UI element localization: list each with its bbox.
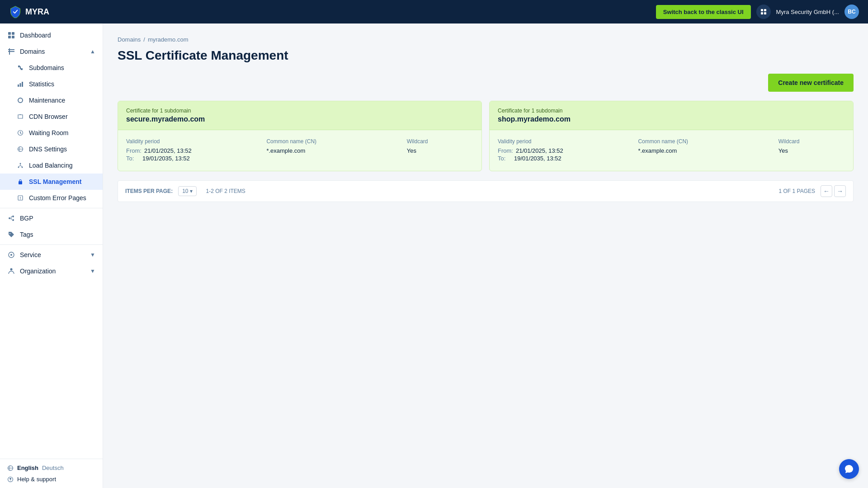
dashboard-icon (7, 32, 15, 39)
sidebar-nav: Dashboard Domains ▲ Subdomains Statistic… (0, 23, 103, 459)
ssl-icon (16, 178, 24, 185)
prev-page-button[interactable]: ← (821, 185, 832, 197)
toolbar: Create new certificate (118, 74, 854, 92)
svg-rect-1 (764, 9, 766, 11)
classic-ui-button[interactable]: Switch back to the classic UI (656, 5, 751, 19)
service-icon (7, 251, 15, 258)
sidebar-item-label: Organization (20, 267, 56, 275)
sidebar-item-label: BGP (20, 215, 33, 222)
cert-validity-1: Validity period From: 21/01/2025, 13:52 … (126, 138, 259, 163)
sidebar-footer: English Deutsch Help & support (0, 459, 103, 488)
per-page-value: 10 (182, 188, 188, 194)
cert-header-label-2: Certificate for 1 subdomain (498, 108, 845, 114)
sidebar-item-label: SSL Management (29, 178, 81, 185)
lang-english[interactable]: English (17, 465, 38, 471)
per-page-chevron: ▾ (190, 188, 193, 194)
chevron-down-icon: ▼ (90, 268, 95, 274)
per-page-select[interactable]: 10 ▾ (178, 186, 197, 196)
error-pages-icon (16, 195, 24, 201)
chevron-down-icon: ▼ (90, 252, 95, 258)
sidebar-item-dashboard[interactable]: Dashboard (0, 27, 103, 43)
svg-rect-11 (18, 84, 19, 87)
cert-header-1: Certificate for 1 subdomain secure.myrad… (118, 101, 481, 130)
load-balancing-icon (16, 162, 24, 169)
sidebar-item-load-balancing[interactable]: Load Balancing (0, 157, 103, 174)
sidebar-item-statistics[interactable]: Statistics (0, 76, 103, 92)
svg-rect-13 (22, 82, 23, 87)
main-content: Domains / myrademo.com SSL Certificate M… (103, 23, 868, 488)
svg-rect-4 (8, 32, 11, 35)
chat-button[interactable] (839, 459, 859, 479)
subdomain-icon (16, 65, 24, 71)
cert-validity-2: Validity period From: 21/01/2025, 13:52 … (498, 138, 631, 163)
sidebar-item-cdn-browser[interactable]: CDN Browser (0, 108, 103, 125)
certificate-card-2: Certificate for 1 subdomain shop.myradem… (489, 101, 854, 171)
domains-icon (7, 48, 15, 55)
sidebar-divider-1 (0, 208, 103, 208)
certificates-grid: Certificate for 1 subdomain secure.myrad… (118, 101, 854, 171)
cert-wildcard-value-1: Yes (407, 147, 473, 154)
sidebar-item-bgp[interactable]: BGP (0, 210, 103, 226)
items-per-page-label: ITEMS PER PAGE: (125, 188, 173, 194)
sidebar-item-maintenance[interactable]: Maintenance (0, 92, 103, 108)
next-page-button[interactable]: → (834, 185, 846, 197)
logo[interactable]: MYRA (9, 5, 49, 18)
cert-cn-2: Common name (CN) *.example.com (638, 138, 771, 163)
language-selector: English Deutsch (7, 465, 95, 471)
sidebar-item-custom-error-pages[interactable]: Custom Error Pages (0, 190, 103, 206)
svg-rect-2 (761, 12, 763, 14)
create-certificate-button[interactable]: Create new certificate (768, 74, 854, 92)
sidebar-item-service[interactable]: Service ▼ (0, 247, 103, 263)
cert-header-label-1: Certificate for 1 subdomain (126, 108, 473, 114)
svg-point-26 (10, 268, 13, 271)
cert-to-2: To: 19/01/2035, 13:52 (498, 155, 631, 162)
sidebar-item-domains[interactable]: Domains ▲ (0, 43, 103, 60)
user-name: Myra Security GmbH (... (776, 9, 839, 15)
cert-body-2: Validity period From: 21/01/2025, 13:52 … (490, 130, 853, 171)
lang-deutsch[interactable]: Deutsch (42, 465, 64, 471)
dns-icon (16, 146, 24, 152)
sidebar-item-label: Waiting Room (29, 129, 68, 136)
sidebar-item-ssl-management[interactable]: SSL Management (0, 174, 103, 190)
sidebar-item-label: Custom Error Pages (29, 194, 86, 202)
cert-cn-label-2: Common name (CN) (638, 138, 771, 145)
svg-rect-7 (12, 36, 14, 38)
sidebar-item-tags[interactable]: Tags (0, 226, 103, 243)
sidebar-item-label: CDN Browser (29, 113, 68, 120)
svg-point-25 (10, 254, 12, 256)
help-support[interactable]: Help & support (7, 476, 95, 483)
cert-cn-value-2: *.example.com (638, 147, 771, 154)
help-label: Help & support (17, 476, 56, 483)
cert-cn-label-1: Common name (CN) (266, 138, 399, 145)
svg-point-22 (12, 216, 14, 217)
sidebar-item-subdomains[interactable]: Subdomains (0, 60, 103, 76)
cert-to-1: To: 19/01/2035, 13:52 (126, 155, 259, 162)
svg-point-17 (18, 167, 19, 168)
page-navigation: ← → (821, 185, 846, 197)
cert-wildcard-2: Wildcard Yes (778, 138, 845, 163)
bgp-icon (7, 215, 15, 222)
sidebar-item-dns-settings[interactable]: DNS Settings (0, 141, 103, 157)
sidebar-item-label: Domains (20, 48, 45, 55)
cert-from-2: From: 21/01/2025, 13:52 (498, 147, 631, 154)
sidebar: Dashboard Domains ▲ Subdomains Statistic… (0, 23, 103, 488)
cert-domain-1: secure.myrademo.com (126, 115, 473, 123)
sidebar-item-waiting-room[interactable]: Waiting Room (0, 125, 103, 141)
sidebar-divider-2 (0, 244, 103, 245)
user-avatar[interactable]: BC (844, 5, 859, 19)
user-company-icon (756, 5, 771, 19)
breadcrumb-current: myrademo.com (148, 36, 189, 43)
svg-rect-6 (8, 36, 11, 38)
breadcrumb-separator: / (143, 36, 145, 43)
breadcrumb-parent[interactable]: Domains (118, 36, 141, 43)
cert-cn-1: Common name (CN) *.example.com (266, 138, 399, 163)
page-title: SSL Certificate Management (118, 48, 854, 63)
cert-wildcard-label-2: Wildcard (778, 138, 845, 145)
svg-rect-0 (761, 9, 763, 11)
cert-from-1: From: 21/01/2025, 13:52 (126, 147, 259, 154)
items-range: 1-2 OF 2 ITEMS (206, 188, 245, 194)
sidebar-item-organization[interactable]: Organization ▼ (0, 263, 103, 279)
sidebar-item-label: DNS Settings (29, 145, 67, 153)
svg-point-16 (20, 163, 21, 164)
maintenance-icon (16, 97, 24, 103)
